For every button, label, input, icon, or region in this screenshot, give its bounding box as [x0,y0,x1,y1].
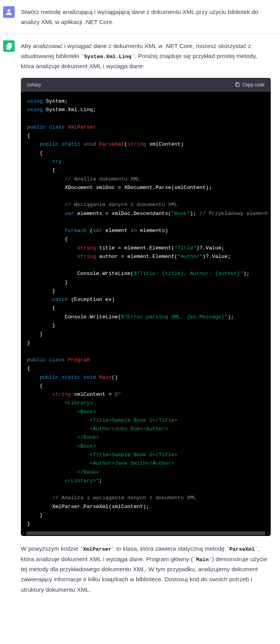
ai-outro-paragraph: W powyższym kodzie `XmlParser` to klasa,… [21,544,271,595]
scrollbar-thumb[interactable] [26,531,265,535]
svg-rect-0 [236,83,239,86]
ai-avatar [3,40,15,52]
inline-code: `Main` [193,557,212,563]
text-run: to klasa, która zawiera statyczną metodę [114,545,226,552]
ai-message-row: Aby analizować i wyciągać dane z dokumen… [0,34,280,601]
inline-code: `ParseXml` [226,546,258,552]
copy-code-label: Copy code [242,81,265,89]
code-scroll-area[interactable]: using System; using System.Xml.Linq; pub… [21,92,271,531]
code-header: csharp Copy code [21,78,271,92]
clipboard-icon [235,82,240,88]
horizontal-scrollbar[interactable]: ‹ › [21,531,271,536]
user-message-text: Stwórz metodę analizującą i wyciągającą … [21,6,271,27]
user-text: Stwórz metodę analizującą i wyciągającą … [21,7,271,27]
scroll-left-arrow[interactable]: ‹ [21,531,26,536]
code-content: using System; using System.Xml.Linq; pub… [21,92,271,531]
scroll-right-arrow[interactable]: › [265,531,271,536]
user-message-row: Stwórz metodę analizującą i wyciągającą … [0,0,280,34]
code-block: csharp Copy code using System; using Sys… [21,78,271,536]
person-icon [5,9,12,15]
code-lang-label: csharp [27,81,41,89]
openai-icon [5,42,13,50]
ai-intro-paragraph: Aby analizować i wyciągać dane z dokumen… [21,41,271,72]
text-run: W powyższym kodzie [21,545,80,552]
inline-code: `XmlParser` [80,546,114,552]
inline-code: `System.Xml.Linq` [81,54,135,60]
ai-message-content: Aby analizować i wyciągać dane z dokumen… [21,40,271,595]
user-avatar [3,6,15,18]
copy-code-button[interactable]: Copy code [235,81,265,89]
